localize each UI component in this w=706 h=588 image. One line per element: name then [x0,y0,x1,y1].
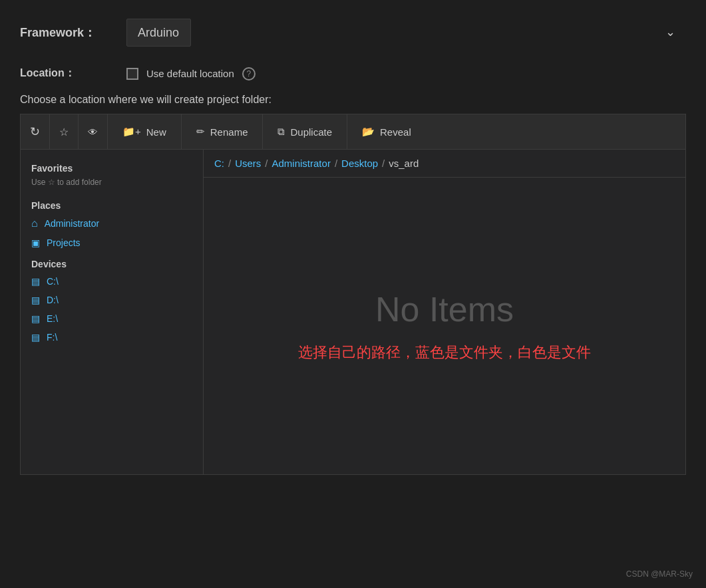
breadcrumb: C: / Users / Administrator / Desktop / v… [204,150,685,178]
administrator-label: Administrator [45,218,99,229]
projects-icon: ▣ [31,237,40,248]
rename-button[interactable]: ✏ Rename [182,114,264,149]
drive-c-icon: ▤ [31,276,40,287]
bottom-credit: CSDN @MAR-Sky [626,569,693,579]
rename-label: Rename [210,126,248,138]
file-browser: 📁+ New ✏ Rename ⧉ Duplicate 📂 Reveal Fav… [20,114,686,475]
refresh-icon [30,124,40,139]
drive-d-label: D:\ [47,295,59,305]
devices-title: Devices [21,252,203,272]
breadcrumb-c[interactable]: C: [214,158,224,169]
reveal-icon: 📂 [362,126,375,138]
breadcrumb-current: vs_ard [389,158,419,169]
sidebar-item-d-drive[interactable]: ▤ D:\ [21,291,203,309]
breadcrumb-sep-1: / [228,158,231,169]
eye-button[interactable] [79,114,107,149]
location-row: Location： Use default location ? [20,67,686,80]
drive-c-label: C:\ [47,276,59,287]
favorites-title: Favorites [21,159,203,176]
choose-location-label: Choose a location where we will create p… [0,94,706,114]
drive-f-icon: ▤ [31,332,40,343]
framework-select[interactable]: Arduino [126,19,191,47]
empty-area: No Items 选择自己的路径，蓝色是文件夹，白色是文件 [204,178,685,474]
breadcrumb-sep-3: / [335,158,337,169]
projects-label: Projects [47,237,81,248]
new-label: New [146,126,166,138]
help-icon[interactable]: ? [242,67,256,80]
favorites-hint: Use ☆ to add folder [21,176,203,194]
no-items-text: No Items [375,289,514,329]
main-area: C: / Users / Administrator / Desktop / v… [204,150,685,474]
duplicate-label: Duplicate [290,126,332,138]
use-default-text: Use default location [146,68,234,79]
sidebar-item-e-drive[interactable]: ▤ E:\ [21,309,203,328]
sidebar-item-f-drive[interactable]: ▤ F:\ [21,328,203,347]
location-label: Location： [20,67,118,80]
new-button[interactable]: 📁+ New [108,114,182,149]
drive-e-label: E:\ [47,313,58,324]
sidebar-item-projects[interactable]: ▣ Projects [21,233,203,252]
framework-select-wrapper: Arduino [126,19,686,47]
framework-label: Framework： [20,25,126,41]
duplicate-icon: ⧉ [277,126,285,138]
star-icon [59,126,69,138]
breadcrumb-users[interactable]: Users [235,158,261,169]
refresh-button[interactable] [21,114,50,149]
breadcrumb-sep-4: / [382,158,385,169]
breadcrumb-administrator[interactable]: Administrator [272,158,331,169]
reveal-label: Reveal [380,126,411,138]
places-title: Places [21,194,203,214]
framework-row: Framework： Arduino [20,19,686,47]
duplicate-button[interactable]: ⧉ Duplicate [263,114,347,149]
annotation-text: 选择自己的路径，蓝色是文件夹，白色是文件 [298,343,591,363]
new-icon: 📁+ [122,126,141,138]
drive-f-label: F:\ [47,332,57,343]
sidebar-item-c-drive[interactable]: ▤ C:\ [21,272,203,291]
browser-content: Favorites Use ☆ to add folder Places ⌂ A… [21,150,685,474]
reveal-button[interactable]: 📂 Reveal [347,114,426,149]
home-icon: ⌂ [31,218,38,229]
toolbar-group-left [21,114,108,149]
sidebar: Favorites Use ☆ to add folder Places ⌂ A… [21,150,204,474]
rename-icon: ✏ [196,126,205,138]
use-default-checkbox[interactable] [126,68,138,80]
star-button[interactable] [50,114,79,149]
sidebar-item-administrator[interactable]: ⌂ Administrator [21,214,203,233]
breadcrumb-sep-2: / [265,158,267,169]
eye-icon [88,126,98,138]
drive-d-icon: ▤ [31,295,40,305]
toolbar-group-right: 📁+ New ✏ Rename ⧉ Duplicate 📂 Reveal [108,114,685,149]
breadcrumb-desktop[interactable]: Desktop [341,158,378,169]
toolbar: 📁+ New ✏ Rename ⧉ Duplicate 📂 Reveal [21,114,685,150]
drive-e-icon: ▤ [31,313,40,324]
